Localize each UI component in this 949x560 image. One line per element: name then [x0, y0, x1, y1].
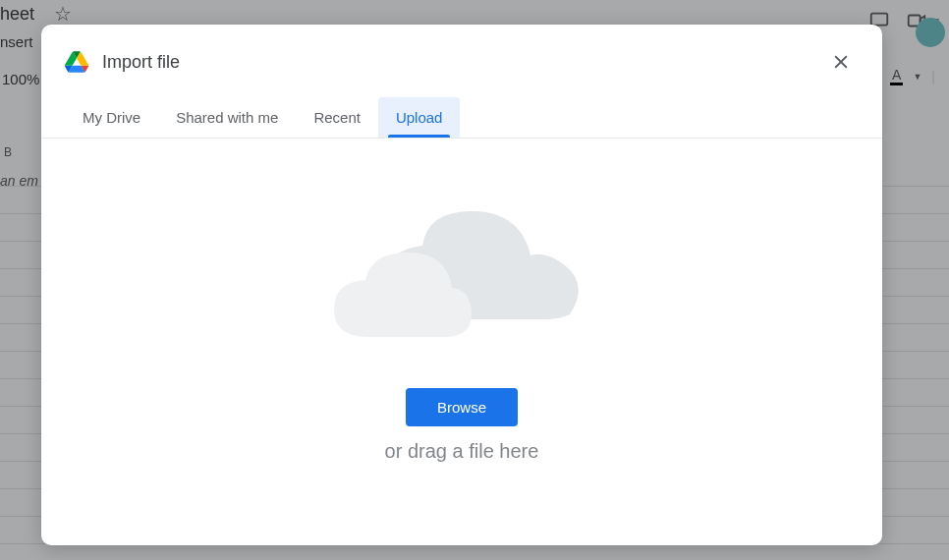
- dialog-header: Import file: [41, 25, 882, 97]
- tab-shared-with-me[interactable]: Shared with me: [158, 97, 296, 138]
- import-file-dialog: Import file My Drive Shared with me Rece…: [41, 25, 882, 545]
- upload-dropzone[interactable]: Browse or drag a file here: [41, 139, 882, 545]
- tab-recent[interactable]: Recent: [296, 97, 378, 138]
- tab-my-drive[interactable]: My Drive: [65, 97, 158, 138]
- google-drive-icon: [65, 51, 88, 73]
- close-icon: [832, 53, 850, 71]
- browse-button[interactable]: Browse: [406, 388, 518, 426]
- dialog-title: Import file: [102, 52, 823, 73]
- cloud-illustration-icon: [324, 192, 599, 349]
- tab-upload[interactable]: Upload: [378, 97, 461, 138]
- drag-hint-text: or drag a file here: [385, 440, 539, 463]
- close-button[interactable]: [823, 44, 859, 80]
- picker-tabs: My Drive Shared with me Recent Upload: [41, 97, 882, 139]
